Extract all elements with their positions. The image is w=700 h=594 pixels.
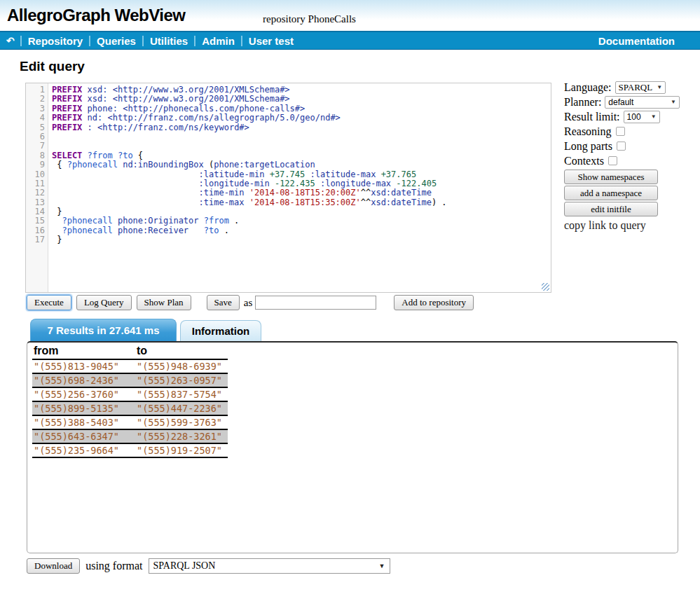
reasoning-row: Reasoning <box>564 124 680 139</box>
code-line[interactable]: PREFIX xsd: <http://www.w3.org/2001/XMLS… <box>52 85 551 95</box>
code-line[interactable]: PREFIX : <http://franz.com/ns/keyword#> <box>52 123 551 132</box>
code-line[interactable]: PREFIX nd: <http://franz.com/ns/allegrog… <box>52 113 551 123</box>
code-line[interactable]: :longitude-min -122.435 :longitude-max -… <box>52 179 551 188</box>
nav-item-queries[interactable]: Queries <box>90 35 142 47</box>
code-line[interactable] <box>52 132 551 141</box>
planner-label: Planner: <box>564 96 601 109</box>
nav-item-documentation[interactable]: Documentation <box>598 35 675 47</box>
planner-select[interactable]: default ▼ <box>605 96 680 109</box>
line-number: 15 <box>26 216 45 226</box>
results-tabs: 7 Results in 27.641 ms Information <box>30 319 261 341</box>
result-cell[interactable]: "(555)837-5754" <box>135 387 228 401</box>
result-limit-value: 100 <box>627 112 641 122</box>
resize-grip[interactable] <box>542 283 549 291</box>
result-cell[interactable]: "(555)899-5135" <box>32 401 135 415</box>
long-parts-checkbox[interactable] <box>617 141 626 151</box>
code-line[interactable]: :latitude-min +37.745 :latitude-max +37.… <box>52 170 551 179</box>
line-number: 7 <box>26 141 45 151</box>
download-button[interactable]: Download <box>27 558 80 574</box>
line-number: 3 <box>26 104 45 113</box>
nav-item-utilities[interactable]: Utilities <box>144 35 194 47</box>
language-value: SPARQL <box>619 82 653 93</box>
back-arrow-icon[interactable]: ↶ <box>6 35 15 46</box>
page-title: Edit query <box>20 59 85 74</box>
save-name-input[interactable] <box>255 296 376 310</box>
format-select[interactable]: SPARQL JSON ▼ <box>149 558 390 574</box>
code-line[interactable]: { ?phonecall nd:inBoundingBox (phone:tar… <box>52 160 551 170</box>
as-label: as <box>244 297 253 309</box>
line-number: 16 <box>26 226 45 235</box>
show-plan-button[interactable]: Show Plan <box>137 295 191 310</box>
code-line[interactable]: } <box>52 235 551 244</box>
table-row: "(555)256-3760""(555)837-5754" <box>32 387 228 401</box>
line-number: 8 <box>26 151 45 160</box>
result-cell[interactable]: "(555)228-3261" <box>135 429 228 443</box>
chevron-down-icon: ▼ <box>651 113 657 120</box>
language-select[interactable]: SPARQL ▼ <box>615 81 666 94</box>
add-namespace-button[interactable]: add a namespace <box>564 186 658 200</box>
result-cell[interactable]: "(555)948-6939" <box>135 359 228 373</box>
chevron-down-icon: ▼ <box>379 562 385 569</box>
result-cell[interactable]: "(555)263-0957" <box>135 373 228 387</box>
result-limit-select[interactable]: 100 ▼ <box>624 111 660 123</box>
log-query-button[interactable]: Log Query <box>76 295 132 310</box>
repository-label: repository PhoneCalls <box>263 13 356 25</box>
long-parts-row: Long parts <box>564 139 680 153</box>
result-cell[interactable]: "(555)643-6347" <box>32 429 135 443</box>
contexts-row: Contexts <box>564 153 680 168</box>
table-row: "(555)388-5403""(555)599-3763" <box>32 415 228 429</box>
tab-information[interactable]: Information <box>180 320 261 341</box>
top-header: AllegroGraph WebView repository PhoneCal… <box>0 0 700 31</box>
result-cell[interactable]: "(555)919-2507" <box>135 443 228 457</box>
action-buttons-row: Execute Log Query Show Plan Save as Add … <box>27 295 474 310</box>
code-line[interactable]: ?phonecall phone:Originator ?from . <box>52 216 551 226</box>
result-cell[interactable]: "(555)599-3763" <box>135 415 228 429</box>
add-to-repository-button[interactable]: Add to repository <box>394 295 474 310</box>
result-cell[interactable]: "(555)447-2236" <box>135 401 228 415</box>
app-title: AllegroGraph WebView <box>7 6 186 25</box>
code-editor[interactable]: 1234567891011121314151617 PREFIX xsd: <h… <box>25 83 551 293</box>
nav-item-user-test[interactable]: User test <box>242 35 300 47</box>
execute-button[interactable]: Execute <box>27 295 71 310</box>
nav-item-repository[interactable]: Repository <box>22 35 89 47</box>
edit-initfile-button[interactable]: edit initfile <box>564 202 658 216</box>
format-value: SPARQL JSON <box>153 560 216 572</box>
save-button[interactable]: Save <box>207 295 240 310</box>
code-line[interactable]: :time-min '2014-08-18T15:20:00Z'^^xsd:da… <box>52 188 551 198</box>
download-row: Download using format SPARQL JSON ▼ <box>27 558 390 574</box>
chevron-down-icon: ▼ <box>657 84 662 90</box>
code-line[interactable]: PREFIX phone: <http://phonecalls.com/pho… <box>52 104 551 113</box>
table-row: "(555)813-9045""(555)948-6939" <box>32 359 228 373</box>
main-navbar: ↶ Repository Queries Utilities Admin Use… <box>0 31 700 50</box>
tab-results[interactable]: 7 Results in 27.641 ms <box>30 319 177 341</box>
contexts-label: Contexts <box>564 155 604 167</box>
result-cell[interactable]: "(555)388-5403" <box>32 415 135 429</box>
line-number: 4 <box>26 113 45 123</box>
code-line[interactable]: PREFIX xsd: <http://www.w3.org/2001/XMLS… <box>52 95 551 104</box>
long-parts-label: Long parts <box>564 140 612 153</box>
table-row: "(555)899-5135""(555)447-2236" <box>32 401 228 415</box>
result-cell[interactable]: "(555)698-2436" <box>32 373 135 387</box>
copy-link-to-query[interactable]: copy link to query <box>564 219 680 232</box>
reasoning-label: Reasoning <box>564 125 612 138</box>
column-header-to[interactable]: to <box>135 345 228 359</box>
language-label: Language: <box>564 81 612 94</box>
query-code-area[interactable]: PREFIX xsd: <http://www.w3.org/2001/XMLS… <box>48 83 551 292</box>
code-line[interactable]: SELECT ?from ?to { <box>52 151 551 160</box>
line-number: 11 <box>26 179 45 188</box>
result-cell[interactable]: "(555)256-3760" <box>32 387 135 401</box>
reasoning-checkbox[interactable] <box>616 127 625 136</box>
show-namespaces-button[interactable]: Show namespaces <box>564 170 658 184</box>
result-cell[interactable]: "(555)813-9045" <box>32 359 135 373</box>
nav-item-admin[interactable]: Admin <box>195 35 241 47</box>
result-cell[interactable]: "(555)235-9664" <box>32 443 135 457</box>
line-number: 17 <box>26 235 45 244</box>
code-line[interactable]: ?phonecall phone:Receiver ?to . <box>52 226 551 235</box>
language-row: Language: SPARQL ▼ <box>564 80 680 95</box>
line-number: 12 <box>26 188 45 198</box>
code-line[interactable]: :time-max '2014-08-18T15:35:00Z'^^xsd:da… <box>52 198 551 207</box>
code-line[interactable]: } <box>52 207 551 216</box>
code-line[interactable] <box>52 141 551 151</box>
contexts-checkbox[interactable] <box>608 156 617 165</box>
column-header-from[interactable]: from <box>32 345 135 359</box>
